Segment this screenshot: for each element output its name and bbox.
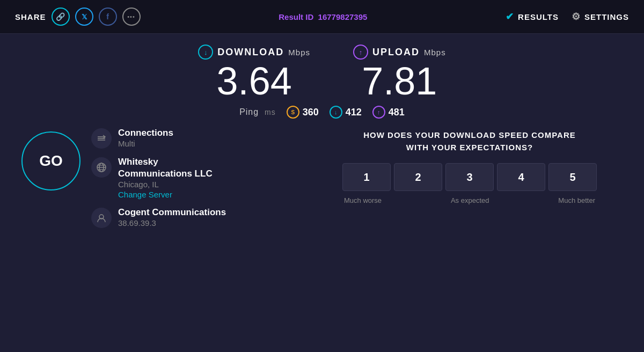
rating-box-1[interactable]: 1 <box>342 163 391 191</box>
connections-icon <box>91 128 112 149</box>
settings-label: SETTINGS <box>584 12 629 21</box>
host-icon <box>91 208 112 228</box>
rating-label-left: Much worse <box>344 196 382 204</box>
ping-download: ↓ 412 <box>330 106 362 119</box>
share-section: SHARE 🔗 𝕏 f ••• <box>15 8 141 26</box>
speed-section: ↓ DOWNLOAD Mbps 3.64 ↑ UPLOAD Mbps 7.81 <box>21 45 623 100</box>
left-panel: GO Connections Multi <box>21 127 301 228</box>
rating-box-5[interactable]: 5 <box>548 163 597 191</box>
ping-jitter: S 360 <box>287 106 319 119</box>
info-list: Connections Multi <box>91 127 226 228</box>
download-icon: ↓ <box>198 45 213 60</box>
result-id-section: Result ID 16779827395 <box>279 12 367 21</box>
download-value: 3.64 <box>217 62 292 100</box>
ping-up-value: 481 <box>389 107 405 118</box>
go-button[interactable]: GO <box>21 131 80 190</box>
upload-label: UPLOAD <box>372 47 420 58</box>
download-label-row: ↓ DOWNLOAD Mbps <box>198 45 310 60</box>
isp-icon <box>91 157 112 178</box>
rating-panel: HOW DOES YOUR DOWNLOAD SPEED COMPARE WIT… <box>317 127 623 204</box>
upload-value: 7.81 <box>362 62 437 100</box>
upload-block: ↑ UPLOAD Mbps 7.81 <box>353 45 446 100</box>
more-share-button[interactable]: ••• <box>122 8 141 26</box>
change-server-button[interactable]: Change Server <box>118 190 213 199</box>
download-label: DOWNLOAD <box>217 47 284 58</box>
settings-icon: ⚙ <box>572 11 581 23</box>
host-row: Cogent Communications 38.69.39.3 <box>91 207 226 228</box>
upload-unit: Mbps <box>424 48 446 57</box>
top-right-nav: ✔ RESULTS ⚙ SETTINGS <box>506 11 629 23</box>
rating-boxes: 1 2 3 4 5 <box>342 163 597 191</box>
share-label: SHARE <box>15 12 46 21</box>
link-share-button[interactable]: 🔗 <box>52 8 70 26</box>
main-content: ↓ DOWNLOAD Mbps 3.64 ↑ UPLOAD Mbps 7.81 … <box>0 34 644 352</box>
result-id-value[interactable]: 16779827395 <box>318 12 368 21</box>
host-name: Cogent Communications <box>118 207 226 218</box>
download-unit: Mbps <box>288 48 310 57</box>
result-id-label: Result ID <box>279 12 313 21</box>
ping-upload: ↑ 481 <box>372 106 405 119</box>
ping-up-icon: ↑ <box>372 106 385 119</box>
jitter-value: 360 <box>303 107 319 118</box>
rating-box-2[interactable]: 2 <box>394 163 442 191</box>
facebook-share-button[interactable]: f <box>99 8 117 26</box>
host-ip: 38.69.39.3 <box>118 218 226 228</box>
ping-label: Ping ms <box>239 107 276 117</box>
bottom-section: GO Connections Multi <box>21 127 623 341</box>
isp-location: Chicago, IL <box>118 180 213 189</box>
isp-text: Whitesky Communications LLC Chicago, IL … <box>118 156 213 199</box>
jitter-icon: S <box>287 106 299 119</box>
download-block: ↓ DOWNLOAD Mbps 3.64 <box>198 45 310 100</box>
results-label: RESULTS <box>518 12 559 21</box>
twitter-share-button[interactable]: 𝕏 <box>75 8 93 26</box>
ping-section: Ping ms S 360 ↓ 412 ↑ 481 <box>21 106 623 119</box>
rating-label-right: Much better <box>558 196 595 204</box>
connections-label: Connections <box>118 127 173 139</box>
rating-label-center: As expected <box>451 196 489 204</box>
connections-value: Multi <box>118 139 173 148</box>
host-text: Cogent Communications 38.69.39.3 <box>118 207 226 228</box>
isp-name: Whitesky Communications LLC <box>118 156 213 180</box>
top-bar: SHARE 🔗 𝕏 f ••• Result ID 16779827395 ✔ … <box>0 0 644 34</box>
ping-down-icon: ↓ <box>330 106 342 119</box>
results-icon: ✔ <box>506 11 514 23</box>
isp-row: Whitesky Communications LLC Chicago, IL … <box>91 156 226 199</box>
rating-question: HOW DOES YOUR DOWNLOAD SPEED COMPARE WIT… <box>363 129 575 153</box>
connections-text: Connections Multi <box>118 127 173 148</box>
upload-icon: ↑ <box>353 45 368 60</box>
rating-labels: Much worse As expected Much better <box>344 196 595 204</box>
results-button[interactable]: ✔ RESULTS <box>506 11 559 23</box>
connections-row: Connections Multi <box>91 127 226 149</box>
upload-label-row: ↑ UPLOAD Mbps <box>353 45 446 60</box>
rating-box-3[interactable]: 3 <box>445 163 494 191</box>
ping-down-value: 412 <box>346 107 362 118</box>
rating-box-4[interactable]: 4 <box>497 163 545 191</box>
settings-button[interactable]: ⚙ SETTINGS <box>572 11 629 23</box>
